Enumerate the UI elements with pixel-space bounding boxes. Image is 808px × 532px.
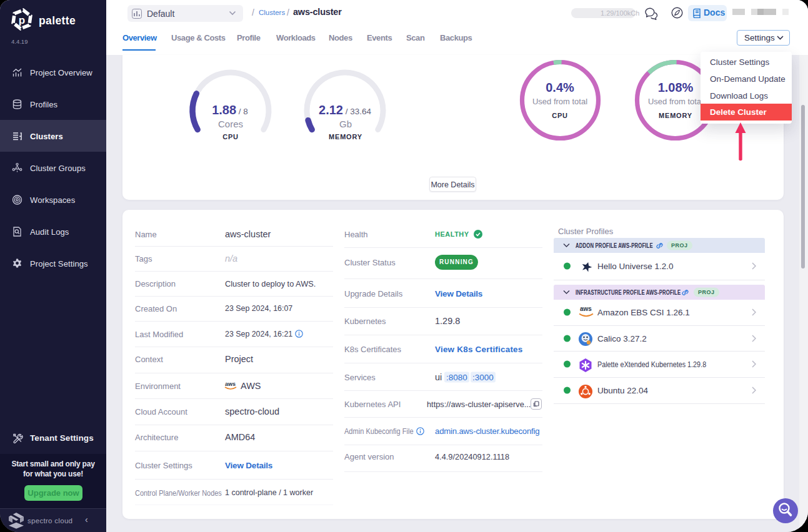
svg-text:p: p (19, 14, 25, 26)
